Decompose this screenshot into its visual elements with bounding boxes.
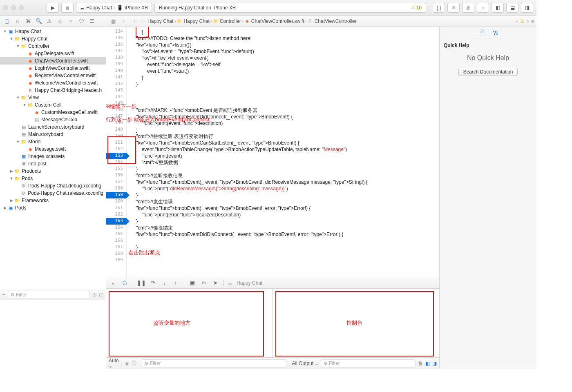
zoom-window[interactable] [19, 5, 24, 10]
gutter-line[interactable]: 163 [106, 218, 126, 225]
test-navigator-icon[interactable]: ◇ [55, 16, 65, 26]
gutter-line[interactable]: 164 [106, 225, 126, 231]
code-editor[interactable]: 1341351361371381391401411421431441451461… [106, 27, 439, 277]
eye-icon[interactable]: ◉ [125, 361, 129, 366]
standard-editor-button[interactable]: ≡ [447, 3, 460, 13]
gutter-line[interactable]: 162 [106, 212, 126, 218]
gutter-line[interactable]: 136 [106, 42, 126, 48]
breakpoint-navigator-icon[interactable]: ⬠ [76, 16, 87, 26]
gutter-line[interactable]: 150 [106, 133, 126, 140]
add-button[interactable]: + [2, 292, 5, 298]
tree-node[interactable]: ◆Message.swift [0, 145, 106, 153]
tree-node[interactable]: ▼📁Pods [0, 175, 106, 182]
search-documentation-button[interactable]: Search Documentation [458, 68, 517, 76]
console-filter[interactable]: Filter [321, 359, 416, 368]
tree-node[interactable]: ▶▣Pods [0, 204, 106, 212]
breadcrumb-item[interactable]: 📁Happy Chat [177, 18, 209, 24]
tree-node[interactable]: ▦Images.xcassets [0, 153, 106, 160]
tree-node[interactable]: ◆CustomMessageCell.swift [0, 109, 106, 116]
gutter-line[interactable]: 135 [106, 35, 126, 42]
gutter-line[interactable]: 142 [106, 81, 126, 87]
breadcrumb-item[interactable]: ◆ChatViewController.swift [244, 18, 304, 24]
issue-warn-icon[interactable] [520, 18, 525, 24]
assistant-editor-button[interactable]: ◎ [462, 3, 474, 13]
forward-button[interactable]: › [130, 17, 139, 26]
tree-node[interactable]: ◆RegisterViewController.swift [0, 72, 106, 79]
run-button[interactable]: ▶ [47, 3, 59, 13]
tree-node[interactable]: ◆LogInViewController.swift [0, 65, 106, 72]
gutter-line[interactable]: 159 [106, 192, 126, 198]
gutter-line[interactable]: 167 [106, 244, 126, 251]
source-control-navigator-icon[interactable]: ⎌ [12, 16, 23, 26]
gutter-line[interactable]: 154 [106, 159, 126, 166]
gutter-line[interactable]: 155 [106, 166, 126, 172]
variables-view[interactable]: 监听变量的地方 [106, 289, 273, 357]
step-into-button[interactable]: ↓ [160, 278, 169, 287]
gutter-line[interactable]: 134 [106, 29, 126, 35]
gutter-line[interactable]: 138 [106, 55, 126, 61]
library-button[interactable]: { } [433, 3, 445, 13]
gutter-line[interactable]: 137 [106, 48, 126, 55]
minimize-window[interactable] [11, 5, 16, 10]
breadcrumb-item[interactable]: CChatViewController [308, 18, 357, 24]
scm-filter-icon[interactable]: ▢ [99, 292, 103, 298]
tree-node[interactable]: ≣Info.plist [0, 160, 106, 167]
debug-view-hierarchy-icon[interactable]: ▣ [188, 278, 197, 287]
gutter-line[interactable]: 151 [106, 140, 126, 146]
find-navigator-icon[interactable]: 🔍 [34, 16, 44, 26]
gutter-line[interactable]: 169 [106, 257, 126, 264]
recent-filter-icon[interactable]: ◷ [92, 292, 96, 298]
console-view[interactable]: 控制台 [273, 289, 439, 357]
gutter-line[interactable]: 161 [106, 205, 126, 212]
tree-node[interactable]: ▼▣Happy Chat [0, 28, 106, 35]
pause-continue-button[interactable]: ❚❚ [137, 278, 146, 287]
breakpoints-toggle-icon[interactable]: ⬠ [120, 278, 129, 287]
all-output-popup[interactable]: All Output ⌄ [292, 361, 318, 366]
gutter-line[interactable]: 157 [106, 179, 126, 185]
symbol-navigator-icon[interactable]: ⌘ [23, 16, 34, 26]
tree-node[interactable]: ▼📁Controller [0, 42, 106, 50]
gutter-line[interactable]: 158 [106, 185, 126, 192]
gutter-line[interactable]: 149 [106, 127, 126, 133]
related-items-icon[interactable]: ▦ [109, 17, 118, 26]
hide-debug-icon[interactable]: ⌄ [109, 278, 118, 287]
debug-navigator-icon[interactable]: ≡ [65, 16, 76, 26]
breadcrumb-item[interactable]: ▹Happy Chat [141, 18, 173, 24]
warning-badge[interactable]: 10 [411, 5, 422, 11]
line-gutter[interactable]: 1341351361371381391401411421431441451461… [106, 27, 127, 277]
tree-node[interactable]: ▶📁Products [0, 167, 106, 175]
breadcrumb-item[interactable]: 📁Controller [213, 18, 241, 24]
gutter-line[interactable]: 147 [106, 114, 126, 120]
scheme-selector[interactable]: ☁︎ Happy Chat › 📱 iPhone XR [76, 3, 152, 13]
close-window[interactable] [3, 5, 8, 10]
version-editor-button[interactable]: ↔ [477, 3, 489, 13]
gutter-line[interactable]: 143 [106, 87, 126, 94]
gutter-line[interactable]: 160 [106, 198, 126, 205]
gutter-line[interactable]: 145 [106, 100, 126, 107]
gutter-line[interactable]: 153 [106, 153, 126, 159]
step-out-button[interactable]: ↑ [171, 278, 180, 287]
simulate-location-icon[interactable]: ➤ [211, 278, 220, 287]
gutter-line[interactable]: 168 [106, 251, 126, 257]
stop-button[interactable]: ◼ [61, 3, 74, 13]
gutter-line[interactable]: 140 [106, 68, 126, 74]
tree-node[interactable]: ▤MessageCell.xib [0, 116, 106, 123]
file-inspector-icon[interactable]: 📄 [478, 29, 485, 36]
gutter-line[interactable]: 139 [106, 61, 126, 68]
gutter-line[interactable]: 166 [106, 238, 126, 244]
gutter-line[interactable]: 152 [106, 146, 126, 153]
step-over-button[interactable]: ↷ [148, 278, 157, 287]
back-button[interactable]: ‹ [119, 17, 128, 26]
info-icon[interactable]: ⓘ [132, 360, 136, 367]
debug-target[interactable]: Happy Chat [237, 280, 262, 286]
tree-node[interactable]: hHappy Chat-Bridging-Header.h [0, 87, 106, 94]
gutter-line[interactable]: 156 [106, 172, 126, 179]
issue-navigator-icon[interactable]: ⚠ [44, 16, 55, 26]
tree-node[interactable]: ▼📁Happy Chat [0, 35, 106, 42]
tree-node[interactable]: ◆ChatViewController.swift [0, 57, 106, 65]
quick-help-inspector-icon[interactable]: ?⃝ [493, 29, 498, 36]
tree-node[interactable]: ◆WelcomeViewController.swift [0, 79, 106, 87]
editor-options-icon[interactable]: ≡ [531, 18, 534, 24]
debug-memory-graph-icon[interactable]: ✄ [199, 278, 208, 287]
gutter-line[interactable]: 144 [106, 94, 126, 100]
